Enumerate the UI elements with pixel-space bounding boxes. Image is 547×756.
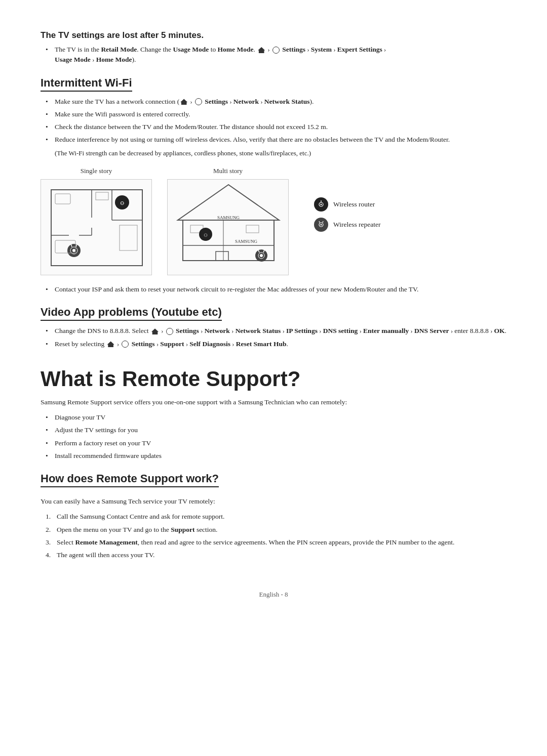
svg-point-32	[260, 254, 263, 257]
settings-icon3	[166, 328, 173, 335]
remote-support-section: What is Remote Support? Samsung Remote S…	[41, 367, 506, 461]
how-does-step4: The agent will then access your TV.	[46, 550, 506, 560]
wifi-bullet2: Make sure the Wifi password is entered c…	[46, 109, 506, 119]
svg-rect-14	[55, 194, 70, 204]
legend-repeater: Wireless repeater	[314, 218, 381, 232]
svg-rect-15	[96, 192, 108, 200]
wifi-bullet-list: Make sure the TV has a network connectio…	[46, 97, 506, 145]
rs-bullet1: Diagnose your TV	[46, 412, 506, 423]
remote-support-title: What is Remote Support?	[41, 367, 506, 391]
svg-rect-23	[216, 251, 228, 261]
footer-text: English - 8	[259, 591, 288, 598]
how-does-step1: Call the Samsung Contact Centre and ask …	[46, 512, 506, 522]
tv-settings-bullet1: The TV is in the Retail Mode. Change the…	[46, 45, 506, 65]
how-does-step2: Open the menu on your TV and go to the S…	[46, 525, 506, 535]
how-does-section: How does Remote Support work? You can ea…	[41, 472, 506, 560]
router-icon	[314, 197, 328, 212]
legend-router: Wireless router	[314, 197, 381, 212]
tv-settings-list: The TV is in the Retail Mode. Change the…	[46, 45, 506, 65]
single-story-diagram: Single story ⚇	[41, 167, 152, 275]
multi-story-svg: ⚇ SAMSUNG SAMSUNG	[167, 179, 289, 275]
video-app-list: Change the DNS to 8.8.8.8. Select › Sett…	[46, 326, 506, 349]
intermittent-wifi-title: Intermittent Wi-Fi	[41, 76, 132, 92]
how-does-step3: Select Remote Management, then read and …	[46, 537, 506, 548]
video-app-bullet2: Reset by selecting › Settings › Support …	[46, 339, 506, 349]
tv-settings-section: The TV settings are lost after 5 minutes…	[41, 30, 506, 65]
rs-bullet2: Adjust the TV settings for you	[46, 425, 506, 435]
single-story-label: Single story	[81, 167, 112, 175]
page-footer: English - 8	[41, 591, 506, 599]
how-does-title: How does Remote Support work?	[41, 472, 219, 487]
wifi-bullet5-list: Contact your ISP and ask them to reset y…	[46, 284, 506, 295]
wifi-bullet5: Contact your ISP and ask them to reset y…	[46, 284, 506, 295]
how-does-steps: Call the Samsung Contact Centre and ask …	[46, 512, 506, 560]
svg-rect-17	[120, 225, 137, 250]
repeater-label: Wireless repeater	[333, 221, 381, 229]
home-icon	[258, 47, 265, 53]
remote-support-list: Diagnose your TV Adjust the TV settings …	[46, 412, 506, 461]
svg-point-41	[321, 224, 322, 226]
intermittent-wifi-section: Intermittent Wi-Fi Make sure the TV has …	[41, 76, 506, 295]
diagram-area: Single story ⚇	[41, 167, 506, 275]
multi-story-diagram: Multi story ⚇ S	[167, 167, 289, 275]
video-app-title: Video App problems (Youtube etc)	[41, 306, 222, 321]
tv-settings-title: The TV settings are lost after 5 minutes…	[41, 30, 506, 40]
wifi-bullet1: Make sure the TV has a network connectio…	[46, 97, 506, 107]
svg-point-37	[321, 204, 322, 205]
rs-bullet4: Install recommended firmware updates	[46, 451, 506, 461]
svg-text:⚇: ⚇	[120, 201, 124, 206]
svg-text:⚇: ⚇	[204, 233, 208, 238]
svg-point-11	[72, 249, 75, 252]
rs-bullet3: Perform a factory reset on your TV	[46, 438, 506, 448]
router-label: Wireless router	[333, 200, 375, 208]
video-app-section: Video App problems (Youtube etc) Change …	[41, 306, 506, 349]
wifi-bullet3: Check the distance between the TV and th…	[46, 122, 506, 132]
settings-icon4	[122, 341, 129, 348]
legend: Wireless router Wireless repeater	[314, 197, 381, 232]
home-icon4	[107, 341, 114, 347]
repeater-icon	[314, 218, 328, 232]
arrow-icon: ›	[268, 46, 270, 53]
multi-story-label: Multi story	[213, 167, 243, 175]
video-app-bullet1: Change the DNS to 8.8.8.8. Select › Sett…	[46, 326, 506, 336]
settings-icon2	[195, 98, 202, 105]
wifi-bullet4: Reduce interference by not using or turn…	[46, 135, 506, 145]
svg-text:SAMSUNG: SAMSUNG	[217, 215, 240, 220]
svg-rect-25	[246, 225, 259, 233]
wifi-note: (The Wi-Fi strength can be decreased by …	[55, 148, 506, 158]
home-icon2	[180, 99, 187, 105]
svg-text:SAMSUNG: SAMSUNG	[235, 239, 258, 244]
home-icon3	[151, 328, 159, 334]
single-story-svg: ⚇	[41, 179, 152, 275]
remote-support-intro: Samsung Remote Support service offers yo…	[41, 397, 506, 407]
how-does-intro: You can easily have a Samsung Tech servi…	[41, 496, 506, 507]
settings-icon	[272, 47, 280, 54]
